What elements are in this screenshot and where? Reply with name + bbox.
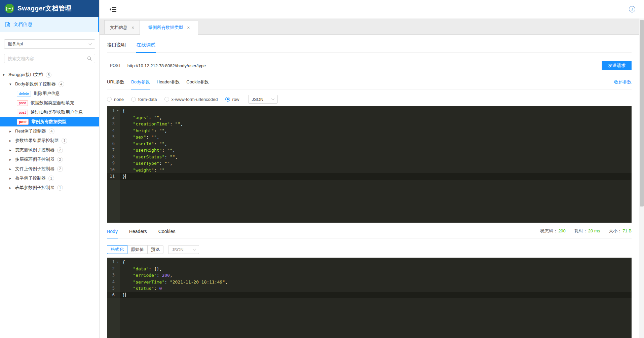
stat-label: 大小： [609, 228, 622, 233]
scrollbar-thumb[interactable] [640, 20, 644, 206]
service-api-select[interactable]: 服务Api [4, 39, 95, 49]
code-line[interactable]: "data": {}, [120, 266, 632, 272]
stat-value: 200 [558, 228, 566, 233]
fold-caret-icon[interactable]: ▾ [117, 108, 119, 114]
topbar: i [100, 0, 644, 18]
tree-node-group[interactable]: ▾Body参数例子控制器4 [0, 79, 99, 89]
editor-gutter: 1▾234567891011 [107, 106, 120, 223]
tab-label: 举例所有数据类型 [148, 25, 183, 31]
request-body-editor[interactable]: 1▾234567891011{ "ages": "", "creationTim… [107, 106, 632, 223]
code-line[interactable]: "status": 0 [120, 285, 632, 292]
caret-icon[interactable]: ▸ [9, 129, 15, 134]
caret-icon[interactable]: ▾ [9, 82, 15, 86]
code-line[interactable]: { [120, 259, 632, 266]
page-tab-1[interactable]: 在线调试 [137, 42, 155, 52]
response-stat: 状态码：200 [540, 228, 566, 234]
line-number: 2 [107, 266, 120, 272]
param-tab-1[interactable]: Body参数 [131, 79, 150, 89]
response-tab-2[interactable]: Cookies [158, 229, 176, 238]
tree-node-collapsed-4[interactable]: ▸文件上传例子控制器2 [0, 164, 99, 174]
doc-tab-1[interactable]: 举例所有数据类型× [140, 20, 198, 35]
search-box [4, 54, 95, 63]
caret-icon[interactable]: ▸ [9, 186, 15, 190]
page-tab-0[interactable]: 接口说明 [107, 42, 126, 52]
view-button-2[interactable]: 预览 [147, 245, 163, 254]
sidebar-item-doc-info[interactable]: 文档信息 [0, 17, 99, 32]
request-content-type-select[interactable]: JSON [248, 95, 278, 104]
collapse-params-link[interactable]: 收起参数 [614, 79, 632, 89]
radio-label: row [232, 97, 239, 102]
code-line[interactable]: { [120, 108, 632, 114]
line-number: 4 [107, 279, 120, 286]
response-tab-0[interactable]: Body [107, 229, 118, 238]
api-item-3[interactable]: post举例所有数据类型 [0, 117, 99, 126]
tree-node-root[interactable]: ▾Swagger接口文档8 [0, 70, 99, 79]
tree-node-collapsed-5[interactable]: ▸枚举例子控制器1 [0, 174, 99, 183]
caret-icon[interactable]: ▸ [9, 176, 15, 181]
chevron-down-icon [271, 97, 274, 101]
caret-icon[interactable]: ▸ [9, 139, 15, 143]
caret-icon[interactable]: ▾ [3, 73, 8, 77]
api-item-0[interactable]: delete删除用户信息 [0, 89, 99, 98]
radio-icon [107, 97, 112, 102]
radio-icon [164, 97, 169, 102]
view-button-0[interactable]: 格式化 [107, 245, 127, 254]
code-line[interactable]: } [120, 292, 632, 299]
tree-node-collapsed-1[interactable]: ▸参数结果集展示控制器1 [0, 136, 99, 145]
search-icon[interactable] [87, 56, 92, 61]
response-header-row: BodyHeadersCookies 状态码：200耗时：20 ms大小：71 … [107, 228, 632, 238]
caret-icon[interactable]: ▸ [9, 167, 15, 171]
tree-node-collapsed-2[interactable]: ▸变态测试例子控制器2 [0, 145, 99, 155]
text-cursor [125, 174, 126, 179]
code-line[interactable]: "height": "", [120, 127, 632, 134]
editor-code[interactable]: { "data": {}, "errCode": 200, "serverTim… [120, 258, 632, 338]
app-title: Swagger文档管理 [17, 4, 72, 13]
param-tab-2[interactable]: Header参数 [157, 79, 180, 89]
tree-node-collapsed-6[interactable]: ▸表单参数例子控制器1 [0, 183, 99, 192]
search-input[interactable] [8, 56, 85, 61]
page-scrollbar[interactable] [639, 18, 644, 338]
line-number: 6 [107, 292, 120, 299]
response-body-editor[interactable]: 1▾23456{ "data": {}, "errCode": 200, "se… [107, 258, 632, 338]
stat-value: 20 ms [588, 228, 600, 233]
menu-fold-icon[interactable] [110, 6, 117, 12]
code-line[interactable]: "weight": "" [120, 167, 632, 174]
caret-icon[interactable]: ▸ [9, 157, 15, 162]
code-line[interactable]: "userStatus": "", [120, 154, 632, 160]
response-content-type-select[interactable]: JSON [168, 245, 199, 254]
close-icon[interactable]: × [131, 25, 134, 30]
body-mode-x-www-form-urlencoded[interactable]: x-www-form-urlencoded [164, 97, 218, 102]
code-line[interactable]: "userId": "", [120, 141, 632, 147]
fold-caret-icon[interactable]: ▾ [117, 259, 119, 266]
body-mode-row[interactable]: row [225, 97, 239, 102]
code-line[interactable]: "serverTime": "2021-11-20 18:11:49", [120, 279, 632, 286]
code-line[interactable]: "userRight": "", [120, 147, 632, 154]
editor-code[interactable]: { "ages": "", "creationTime": "", "heigh… [120, 106, 632, 223]
line-number: 1▾ [107, 108, 120, 114]
api-item-1[interactable]: post依据数据类型自动填充 [0, 98, 99, 108]
tree-node-collapsed-0[interactable]: ▸Rest例子控制器4 [0, 126, 99, 136]
url-input[interactable] [124, 61, 602, 70]
caret-icon[interactable]: ▸ [9, 148, 15, 152]
code-line[interactable]: "creationTime": "", [120, 121, 632, 127]
app-header: {⋯} Swagger文档管理 [0, 0, 99, 17]
code-line[interactable]: "userType": "", [120, 160, 632, 167]
body-mode-none[interactable]: none [107, 97, 124, 102]
tree-node-collapsed-3[interactable]: ▸多层循环例子控制器2 [0, 155, 99, 164]
param-tab-3[interactable]: Cookie参数 [186, 79, 209, 89]
param-tab-0[interactable]: URL参数 [107, 79, 124, 89]
code-line[interactable]: } [120, 173, 632, 180]
api-item-2[interactable]: post通过ID和类型获取用户信息 [0, 108, 99, 117]
doc-tab-0[interactable]: 文档信息× [104, 20, 140, 34]
request-content-type-value: JSON [252, 97, 264, 102]
body-mode-form-data[interactable]: form-data [131, 97, 157, 102]
info-icon[interactable]: i [629, 6, 635, 12]
line-number: 2 [107, 114, 120, 121]
response-tab-1[interactable]: Headers [129, 229, 147, 238]
view-button-1[interactable]: 原始值 [127, 245, 148, 254]
code-line[interactable]: "ages": "", [120, 114, 632, 121]
code-line[interactable]: "sex": "", [120, 134, 632, 141]
code-line[interactable]: "errCode": 200, [120, 272, 632, 279]
close-icon[interactable]: × [187, 25, 190, 30]
send-request-button[interactable]: 发送请求 [602, 61, 632, 70]
